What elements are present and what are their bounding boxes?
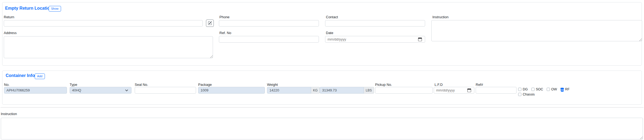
return-input[interactable] bbox=[4, 20, 203, 27]
container-no-input[interactable] bbox=[4, 87, 67, 94]
pencil-square-icon bbox=[208, 21, 212, 25]
soc-checkbox[interactable] bbox=[531, 88, 535, 91]
trash-icon bbox=[560, 87, 564, 92]
checkbox-ow[interactable]: OW bbox=[547, 87, 557, 91]
lfd-date-input[interactable] bbox=[434, 87, 474, 94]
ref-no-input[interactable] bbox=[219, 36, 319, 43]
add-container-button[interactable]: Add bbox=[35, 73, 45, 79]
bottom-instruction-textarea[interactable] bbox=[1, 118, 643, 139]
return-instruction-textarea[interactable] bbox=[431, 20, 642, 41]
container-flags-row-2: Chassis bbox=[518, 93, 535, 96]
chassis-checkbox-label: Chassis bbox=[523, 93, 535, 96]
ow-checkbox[interactable] bbox=[547, 88, 550, 91]
ref-input[interactable] bbox=[476, 87, 517, 94]
rf-checkbox-label: RF bbox=[565, 87, 570, 91]
chassis-checkbox[interactable] bbox=[518, 93, 521, 96]
weight-lbs-input[interactable] bbox=[320, 87, 364, 94]
contact-label: Contact bbox=[326, 15, 338, 19]
seal-no-input[interactable] bbox=[135, 87, 196, 94]
phone-input[interactable] bbox=[219, 20, 319, 27]
delete-container-button[interactable] bbox=[560, 87, 564, 92]
seal-no-label: Seal No. bbox=[135, 83, 148, 87]
ow-checkbox-label: OW bbox=[551, 87, 557, 91]
date-label: Date bbox=[326, 31, 333, 35]
address-label: Address bbox=[4, 31, 17, 35]
package-label: Package bbox=[198, 83, 212, 87]
return-instruction-label: Instruction bbox=[432, 15, 449, 19]
phone-label: Phone bbox=[219, 15, 230, 19]
edit-return-button[interactable] bbox=[206, 20, 214, 27]
section-divider bbox=[1, 107, 643, 108]
date-input[interactable] bbox=[325, 36, 425, 43]
return-label: Return bbox=[4, 15, 14, 19]
lfd-label: L.F.D bbox=[435, 83, 443, 87]
container-info-title: Container Info bbox=[6, 73, 35, 78]
show-button[interactable]: Show bbox=[49, 6, 61, 12]
soc-checkbox-label: SOC bbox=[536, 87, 543, 91]
container-info-card: Container Info Add No. Type 40HQ Seal No… bbox=[2, 71, 642, 105]
lbs-unit-addon: LBS bbox=[364, 87, 374, 94]
bottom-instruction-label: Instruction bbox=[1, 112, 17, 116]
container-type-label: Type bbox=[70, 83, 77, 87]
package-input[interactable] bbox=[198, 87, 265, 94]
pickup-no-input[interactable] bbox=[375, 87, 433, 94]
page: Empty Return Location Show Return Addres… bbox=[0, 0, 644, 140]
dg-checkbox[interactable] bbox=[518, 88, 521, 91]
pickup-no-label: Pickup No. bbox=[375, 83, 392, 87]
ref-label: Ref# bbox=[476, 83, 483, 87]
checkbox-soc[interactable]: SOC bbox=[531, 87, 543, 91]
dg-checkbox-label: DG bbox=[523, 87, 528, 91]
checkbox-chassis[interactable]: Chassis bbox=[518, 93, 535, 96]
empty-return-location-card: Empty Return Location Show Return Addres… bbox=[2, 2, 642, 66]
address-textarea[interactable] bbox=[4, 36, 213, 58]
ref-no-label: Ref. No bbox=[219, 31, 231, 35]
contact-input[interactable] bbox=[325, 20, 425, 27]
container-type-select[interactable]: 40HQ bbox=[70, 87, 131, 94]
container-no-label: No. bbox=[4, 83, 9, 87]
kg-unit-addon: KG bbox=[311, 87, 320, 94]
checkbox-dg[interactable]: DG bbox=[518, 87, 528, 91]
weight-label: Weight bbox=[267, 83, 278, 87]
empty-return-location-title: Empty Return Location bbox=[5, 6, 52, 11]
weight-kg-input[interactable] bbox=[267, 87, 311, 94]
